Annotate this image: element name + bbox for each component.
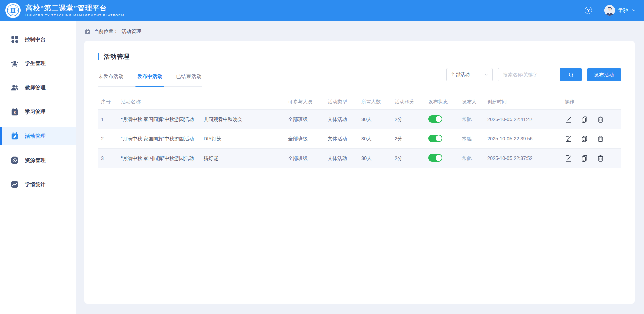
row-actions: [565, 154, 618, 162]
delete-icon[interactable]: [597, 154, 604, 162]
edit-icon[interactable]: [565, 116, 572, 123]
table-row: 1 “月满中秋 家国同辉”中秋游园活动——共同观看中秋晚会 全部班级 文体活动 …: [98, 109, 621, 129]
user-menu[interactable]: 常驰: [604, 5, 636, 16]
edit-icon[interactable]: [565, 154, 572, 162]
sidebar-item-resource-management[interactable]: 资源管理: [0, 151, 76, 169]
active-tab-indicator: [135, 86, 164, 87]
copy-icon[interactable]: [581, 135, 588, 143]
publish-status-toggle[interactable]: [428, 135, 442, 142]
cell-people: 30人: [358, 148, 391, 168]
toggle-knob: [436, 135, 442, 141]
col-header-actions: 操作: [561, 95, 621, 109]
page-title: 活动管理: [104, 52, 130, 61]
tab-ended[interactable]: 已结束活动: [175, 71, 202, 86]
sidebar-item-teacher-management[interactable]: 教师管理: [0, 79, 76, 97]
publish-status-toggle[interactable]: [428, 154, 442, 162]
cell-participants: 全部班级: [285, 109, 324, 129]
sidebar-label: 活动管理: [25, 133, 46, 139]
cell-status: [425, 129, 459, 148]
activity-type-select[interactable]: 全部活动: [446, 68, 493, 81]
col-header-type: 活动类型: [324, 95, 358, 109]
cell-participants: 全部班级: [285, 148, 324, 168]
tab-unpublished[interactable]: 未发布活动: [98, 71, 124, 86]
sidebar-item-learning-management[interactable]: 8 学习管理: [0, 103, 76, 121]
brand-text: 高校“第二课堂”管理平台 UNIVERSITY TEACHING MANAGEM…: [25, 4, 124, 17]
sidebar-item-student-management[interactable]: 学生管理: [0, 54, 76, 73]
cell-activity-name: “月满中秋 家国同辉”中秋游园活动——猜灯谜: [118, 148, 285, 168]
sidebar-label: 教师管理: [25, 85, 46, 91]
cell-index: 2: [98, 129, 118, 148]
cell-type: 文体活动: [324, 148, 358, 168]
card-title-row: 活动管理: [98, 41, 621, 61]
activities-table: 序号 活动名称 可参与人员 活动类型 所需人数 活动积分 发布状态 发布人 创建…: [98, 95, 621, 168]
select-value: 全部活动: [451, 72, 470, 78]
cell-points: 2分: [391, 109, 425, 129]
publish-activity-button[interactable]: 发布活动: [587, 68, 621, 81]
cell-actions: [561, 148, 621, 168]
cell-created-time: 2025-10-05 22:39:56: [484, 129, 561, 148]
cell-activity-name: “月满中秋 家国同辉”中秋游园活动——共同观看中秋晚会: [118, 109, 285, 129]
sidebar-label: 资源管理: [25, 157, 46, 164]
delete-icon[interactable]: [597, 135, 604, 143]
cell-status: [425, 148, 459, 168]
top-header: 高校“第二课堂”管理平台 UNIVERSITY TEACHING MANAGEM…: [0, 0, 644, 21]
cell-index: 3: [98, 148, 118, 168]
stats-trend-icon: [10, 180, 19, 189]
sidebar-label: 学生管理: [25, 60, 46, 67]
cell-type: 文体活动: [324, 109, 358, 129]
publish-status-toggle[interactable]: [428, 115, 442, 123]
seal-icon: [6, 4, 20, 17]
tab-publishing[interactable]: 发布中活动: [137, 71, 163, 86]
table-row: 3 “月满中秋 家国同辉”中秋游园活动——猜灯谜 全部班级 文体活动 30人 2…: [98, 148, 621, 168]
cell-type: 文体活动: [324, 129, 358, 148]
toolbar-row: 未发布活动 发布中活动 已结束活动 全部活动: [98, 68, 621, 87]
edit-icon[interactable]: [565, 135, 572, 143]
svg-text:8: 8: [14, 111, 16, 115]
content-area: 当前位置： 活动管理 活动管理 未发布活动 发布中活动 已结束活动: [76, 21, 644, 314]
cell-points: 2分: [391, 129, 425, 148]
toggle-knob: [436, 155, 442, 161]
cell-people: 30人: [358, 109, 391, 129]
activity-management-card: 活动管理 未发布活动 发布中活动 已结束活动 全部活动: [84, 41, 635, 304]
cell-participants: 全部班级: [285, 129, 324, 148]
activity-calendar-icon: [10, 132, 19, 140]
search-button[interactable]: [560, 68, 582, 81]
avatar: [604, 5, 615, 16]
col-header-status: 发布状态: [425, 95, 459, 109]
university-seal-logo: [5, 3, 21, 18]
table-row: 2 “月满中秋 家国同辉”中秋游园活动——DIY灯笼 全部班级 文体活动 30人…: [98, 129, 621, 148]
resources-sync-icon: [10, 156, 19, 165]
sidebar-item-learning-statistics[interactable]: 学情统计: [0, 175, 76, 193]
table-header-row: 序号 活动名称 可参与人员 活动类型 所需人数 活动积分 发布状态 发布人 创建…: [98, 95, 621, 109]
col-header-created: 创建时间: [484, 95, 561, 109]
cell-points: 2分: [391, 148, 425, 168]
cell-created-time: 2025-10-05 22:37:52: [484, 148, 561, 168]
breadcrumb-current[interactable]: 活动管理: [122, 28, 141, 35]
sidebar-label: 学情统计: [25, 181, 46, 188]
copy-icon[interactable]: [581, 116, 588, 123]
breadcrumb-calendar-icon: [84, 28, 91, 35]
delete-icon[interactable]: [597, 116, 604, 123]
col-header-publisher: 发布人: [459, 95, 484, 109]
cell-actions: [561, 129, 621, 148]
question-circle-icon[interactable]: ?: [585, 7, 592, 14]
row-actions: [565, 135, 618, 143]
cell-status: [425, 109, 459, 129]
search-icon: [568, 72, 574, 78]
search-group: [498, 68, 582, 81]
brand: 高校“第二课堂”管理平台 UNIVERSITY TEACHING MANAGEM…: [5, 3, 124, 18]
copy-icon[interactable]: [581, 154, 588, 162]
sidebar-item-control-center[interactable]: 控制中台: [0, 30, 76, 48]
chevron-down-icon: [484, 73, 488, 77]
active-indicator: [0, 127, 2, 145]
row-actions: [565, 116, 618, 123]
cell-index: 1: [98, 109, 118, 129]
sidebar-item-activity-management[interactable]: 活动管理: [0, 127, 76, 145]
search-input[interactable]: [498, 68, 560, 81]
user-name: 常驰: [618, 7, 628, 14]
dashboard-grid-icon: [10, 35, 19, 44]
platform-subtitle: UNIVERSITY TEACHING MANAGEMENT PLATFORM: [25, 13, 124, 17]
chevron-down-icon: [631, 8, 636, 13]
cell-publisher: 常驰: [459, 148, 484, 168]
sidebar-nav: 控制中台 学生管理: [0, 21, 76, 314]
